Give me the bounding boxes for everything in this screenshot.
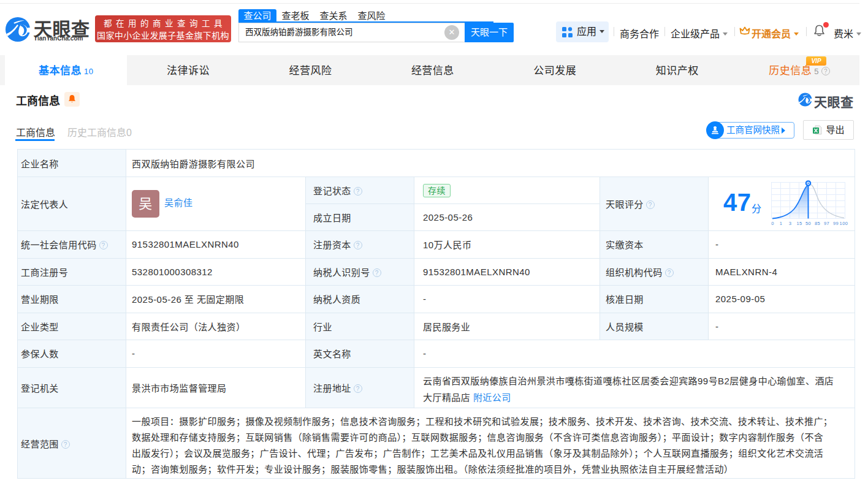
svg-text:3: 3: [789, 221, 792, 226]
svg-text:99: 99: [833, 221, 839, 226]
svg-text:50: 50: [805, 221, 811, 226]
svg-text:100: 100: [840, 221, 848, 226]
svg-text:0: 0: [771, 221, 774, 226]
svg-text:97: 97: [824, 221, 829, 226]
svg-text:15: 15: [796, 221, 802, 226]
svg-text:85: 85: [815, 221, 820, 226]
svg-text:1: 1: [780, 221, 783, 226]
